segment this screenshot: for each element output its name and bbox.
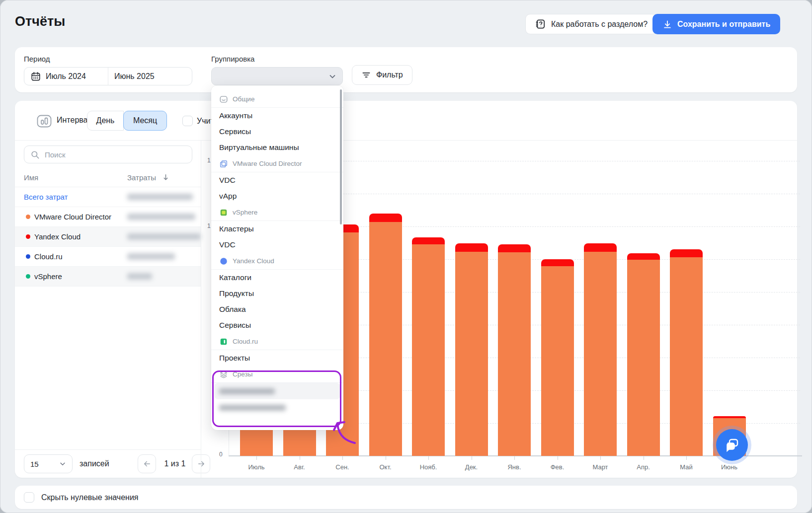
search-icon [30, 150, 40, 159]
redacted-cost-value [127, 273, 152, 280]
row-name[interactable]: Всего затрат [24, 193, 68, 201]
dropdown-group-header: Cloud.ru [211, 333, 343, 350]
chat-bubbles-icon [724, 437, 740, 453]
table-row[interactable]: Yandex Cloud [15, 227, 201, 247]
row-name: VMware Cloud Director [34, 213, 111, 221]
dropdown-item[interactable]: vApp [211, 188, 343, 204]
dropdown-group-header: VMware Cloud Director [211, 155, 343, 172]
dropdown-group-label: Cloud.ru [233, 338, 258, 345]
records-label: записей [80, 459, 109, 468]
interval-option-month[interactable]: Месяц [123, 111, 167, 131]
row-name: vSphere [34, 272, 62, 281]
dropdown-group-header: Срезы [211, 366, 343, 383]
chevron-down-icon [59, 460, 66, 467]
table-row[interactable]: VMware Cloud Director [15, 207, 201, 227]
dropdown-item[interactable]: Сервисы [211, 124, 343, 140]
reports-screen: Отчёты Как работать с разделом? Сохранит… [0, 0, 812, 513]
filter-button[interactable]: Фильтр [352, 65, 412, 85]
book-question-icon [535, 18, 546, 30]
help-button-label: Как работать с разделом? [551, 20, 648, 29]
page-info: 1 из 1 [159, 459, 191, 468]
save-button-label: Сохранить и отправить [677, 20, 770, 29]
panel-divider [201, 141, 201, 478]
series-color-dot [26, 234, 30, 239]
prev-page-button[interactable] [138, 454, 156, 473]
page-size-select[interactable]: 15 [24, 454, 73, 473]
dropdown-item-redacted[interactable] [211, 399, 343, 416]
interval-row: Интервал День Месяц Учиты [15, 101, 797, 141]
slices-icon [219, 370, 228, 379]
table-row[interactable]: Cloud.ru [15, 247, 201, 267]
cloudru-icon [219, 337, 228, 346]
vsphere-icon [219, 208, 228, 217]
sort-desc-icon[interactable] [162, 173, 169, 181]
dropdown-item[interactable]: Продукты [211, 286, 343, 301]
row-name: Yandex Cloud [34, 232, 81, 241]
redacted-cost-value [127, 194, 193, 200]
dropdown-item[interactable]: Кластеры [211, 221, 343, 237]
dropdown-group-label: Yandex Cloud [233, 257, 274, 265]
redacted-item-text [219, 388, 275, 394]
column-name: Имя [24, 173, 38, 182]
dropdown-group-label: Срезы [233, 370, 252, 378]
series-color-dot [26, 215, 30, 219]
chat-button[interactable] [716, 429, 748, 461]
arrow-left-icon [143, 459, 152, 468]
chevron-down-icon [328, 73, 336, 80]
vmware-icon [219, 159, 228, 168]
dropdown-group-label: vSphere [233, 209, 257, 216]
filter-lines-icon [361, 70, 371, 80]
hide-zero-values-checkbox[interactable] [24, 492, 34, 503]
dropdown-group-label: Общие [233, 95, 254, 103]
table-row[interactable]: Всего затрат [15, 187, 201, 207]
date-to-field[interactable]: Июнь 2025 [108, 68, 192, 85]
date-from-field[interactable]: Июль 2024 [24, 68, 108, 85]
interval-bars-icon [37, 115, 52, 128]
dropdown-item[interactable]: Облака [211, 301, 343, 317]
search-input[interactable] [45, 150, 186, 159]
calendar-icon [30, 71, 41, 82]
dropdown-item-redacted[interactable] [214, 383, 340, 399]
cost-table-rows: Всего затратVMware Cloud DirectorYandex … [15, 187, 201, 287]
main-card: Интервал День Месяц Учиты Имя Затраты Вс… [15, 101, 797, 478]
dropdown-item[interactable]: Проекты [211, 350, 343, 366]
series-color-dot [26, 274, 30, 279]
hide-zero-values-label: Скрыть нулевые значения [41, 493, 139, 502]
dropdown-item[interactable]: Сервисы [211, 317, 343, 333]
hide-zero-values-row: Скрыть нулевые значения [15, 486, 797, 509]
yandex-cloud-icon [219, 257, 228, 266]
redacted-item-text [219, 405, 286, 411]
table-header: Имя Затраты [15, 169, 201, 187]
column-costs[interactable]: Затраты [127, 173, 156, 182]
grouping-select[interactable] [211, 67, 343, 85]
period-range-input[interactable]: Июль 2024 Июнь 2025 [24, 67, 192, 85]
dropdown-item[interactable]: Виртуальные машины [211, 140, 343, 155]
filter-button-label: Фильтр [376, 71, 403, 79]
dropdown-item[interactable]: Аккаунты [211, 108, 343, 124]
period-label: Период [24, 55, 50, 63]
dropdown-group-label: VMware Cloud Director [233, 160, 302, 167]
page-title: Отчёты [15, 14, 65, 29]
help-button[interactable]: Как работать с разделом? [525, 14, 657, 34]
save-and-send-button[interactable]: Сохранить и отправить [652, 14, 780, 34]
pagination-divider [15, 449, 201, 450]
dropdown-item[interactable]: VDC [211, 237, 343, 253]
redacted-cost-value [127, 253, 175, 260]
search-box[interactable] [24, 146, 192, 163]
general-icon [219, 95, 228, 104]
purple-annotation-arrow [332, 417, 361, 446]
dropdown-item[interactable]: Каталоги [211, 270, 343, 286]
table-row[interactable]: vSphere [15, 267, 201, 287]
redacted-cost-value [127, 233, 201, 240]
consider-checkbox[interactable] [182, 116, 193, 126]
date-to-value: Июнь 2025 [114, 72, 155, 81]
dropdown-group-header: Yandex Cloud [211, 253, 343, 270]
row-name: Cloud.ru [34, 252, 63, 261]
redacted-cost-value [127, 214, 195, 220]
dropdown-item[interactable]: VDC [211, 172, 343, 188]
grouping-dropdown-menu: ОбщиеАккаунтыСервисыВиртуальные машиныVM… [211, 85, 343, 430]
interval-option-day[interactable]: День [87, 111, 124, 131]
dropdown-scrollbar[interactable] [340, 89, 342, 224]
series-color-dot [26, 254, 30, 259]
date-from-value: Июль 2024 [46, 72, 86, 81]
